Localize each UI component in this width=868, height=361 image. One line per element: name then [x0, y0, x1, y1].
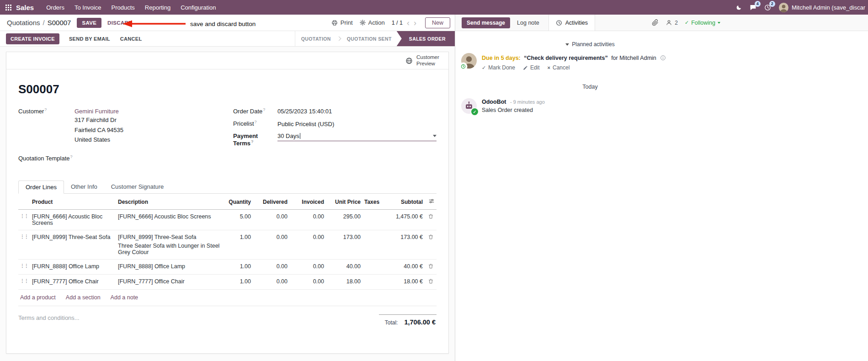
drag-handle-icon[interactable]: ⋮⋮ [18, 230, 30, 260]
save-button[interactable]: SAVE [77, 18, 101, 28]
cell-delivered[interactable]: 0.00 [253, 275, 289, 290]
send-message-button[interactable]: Send message [462, 17, 510, 28]
add-line-links: Add a product Add a section Add a note [18, 290, 437, 306]
order-line-row[interactable]: ⋮⋮ [FURN_6666] Acoustic Bloc Screens [FU… [18, 210, 437, 230]
nav-item-configuration[interactable]: Configuration [176, 2, 221, 13]
cell-taxes[interactable] [362, 275, 386, 290]
state-quotation-sent[interactable]: QUOTATION SENT [341, 31, 398, 46]
print-button[interactable]: Print [331, 19, 353, 26]
terms-and-conditions-placeholder[interactable]: Terms and conditions... [18, 314, 80, 321]
cell-invoiced[interactable]: 0.00 [289, 230, 326, 260]
nav-item-reporting[interactable]: Reporting [140, 2, 176, 13]
delete-line-button[interactable] [425, 260, 437, 275]
systray: 4 2 Mitchell Admin (save_discar [736, 3, 865, 12]
pager-next-icon[interactable]: › [414, 21, 416, 25]
moon-icon[interactable] [736, 5, 742, 11]
pricelist-field[interactable]: Public Pricelist (USD) [277, 121, 334, 127]
cell-quantity[interactable]: 5.00 [227, 210, 253, 230]
create-invoice-button[interactable]: CREATE INVOICE [6, 33, 59, 44]
cancel-activity-button[interactable]: × Cancel [548, 64, 570, 71]
order-line-row[interactable]: ⋮⋮ [FURN_7777] Office Chair [FURN_7777] … [18, 275, 437, 290]
cell-invoiced[interactable]: 0.00 [289, 210, 326, 230]
cell-unit-price[interactable]: 40.00 [326, 260, 362, 275]
new-button[interactable]: New [425, 17, 450, 28]
total-box: Total: 1,706.00 € [379, 314, 437, 326]
tab-order-lines[interactable]: Order Lines [18, 180, 64, 194]
cancel-button[interactable]: CANCEL [116, 33, 146, 44]
optional-columns-button[interactable] [425, 194, 437, 210]
cell-description[interactable]: [FURN_8999] Three-Seat Sofa Three Seater… [116, 230, 227, 260]
cell-description[interactable]: [FURN_6666] Acoustic Bloc Screens [116, 210, 227, 230]
cell-subtotal[interactable]: 40.00 € [386, 260, 425, 275]
dropdown-caret-icon[interactable] [433, 135, 437, 137]
cell-product[interactable]: [FURN_7777] Office Chair [30, 275, 116, 290]
planned-activities-header[interactable]: Planned activities [455, 41, 725, 48]
customer-preview-button[interactable]: Customer Preview [405, 54, 441, 67]
state-quotation[interactable]: QUOTATION [295, 31, 337, 46]
apps-menu-icon[interactable] [5, 5, 11, 11]
cell-unit-price[interactable]: 295.00 [326, 210, 362, 230]
action-button[interactable]: Action [360, 19, 385, 26]
cell-invoiced[interactable]: 0.00 [289, 260, 326, 275]
cell-subtotal[interactable]: 18.00 € [386, 275, 425, 290]
cell-quantity[interactable]: 1.00 [227, 230, 253, 260]
cell-delivered[interactable]: 0.00 [253, 230, 289, 260]
tab-other-info[interactable]: Other Info [64, 180, 104, 193]
tab-activities[interactable]: Activities [548, 15, 595, 31]
nav-item-to-invoice[interactable]: To Invoice [69, 2, 107, 13]
cell-subtotal[interactable]: 1,475.00 € [386, 210, 425, 230]
user-menu[interactable]: Mitchell Admin (save_discar [779, 3, 865, 12]
cell-taxes[interactable] [362, 230, 386, 260]
delete-line-button[interactable] [425, 210, 437, 230]
info-icon[interactable] [660, 55, 666, 61]
followers-button[interactable]: 2 [666, 19, 678, 26]
add-a-note-link[interactable]: Add a note [111, 294, 138, 301]
state-sales-order[interactable]: SALES ORDER [397, 31, 455, 46]
cell-product[interactable]: [FURN_6666] Acoustic Bloc Screens [30, 210, 116, 230]
cell-quantity[interactable]: 1.00 [227, 275, 253, 290]
cell-delivered[interactable]: 0.00 [253, 260, 289, 275]
activity-clock-icon[interactable]: 2 [764, 4, 771, 11]
nav-item-products[interactable]: Products [106, 2, 139, 13]
nav-item-orders[interactable]: Orders [41, 2, 69, 13]
tab-customer-signature[interactable]: Customer Signature [104, 180, 171, 193]
cell-unit-price[interactable]: 173.00 [326, 230, 362, 260]
mark-done-button[interactable]: ✓ Mark Done [482, 64, 515, 71]
app-brand[interactable]: Sales [16, 4, 34, 11]
drag-handle-icon[interactable]: ⋮⋮ [18, 275, 30, 290]
cell-delivered[interactable]: 0.00 [253, 210, 289, 230]
breadcrumb-quotations[interactable]: Quotations [7, 19, 40, 27]
customer-link[interactable]: Gemini Furniture [75, 108, 119, 115]
cell-unit-price[interactable]: 18.00 [326, 275, 362, 290]
cell-taxes[interactable] [362, 210, 386, 230]
cell-product[interactable]: [FURN_8999] Three-Seat Sofa [30, 230, 116, 260]
add-a-section-link[interactable]: Add a section [66, 294, 101, 301]
message-author[interactable]: OdooBot [482, 99, 506, 105]
follow-toggle-button[interactable]: ✓ Following [685, 20, 720, 26]
order-date-field[interactable]: 05/25/2023 15:40:01 [277, 108, 332, 115]
attachment-icon[interactable] [652, 19, 659, 26]
order-line-row[interactable]: ⋮⋮ [FURN_8999] Three-Seat Sofa [FURN_899… [18, 230, 437, 260]
cell-description[interactable]: [FURN_7777] Office Chair [116, 275, 227, 290]
delete-line-button[interactable] [425, 230, 437, 260]
send-by-email-button[interactable]: SEND BY EMAIL [65, 33, 114, 44]
edit-activity-button[interactable]: Edit [523, 64, 540, 71]
messages-icon[interactable]: 4 [750, 4, 756, 11]
cell-invoiced[interactable]: 0.00 [289, 275, 326, 290]
delete-line-button[interactable] [425, 275, 437, 290]
payment-terms-input[interactable]: 30 Days [277, 133, 437, 141]
activity-summary: “Check delivery requirements” [524, 55, 607, 61]
drag-handle-icon[interactable]: ⋮⋮ [18, 260, 30, 275]
drag-handle-icon[interactable]: ⋮⋮ [18, 210, 30, 230]
cell-product[interactable]: [FURN_8888] Office Lamp [30, 260, 116, 275]
order-line-row[interactable]: ⋮⋮ [FURN_8888] Office Lamp [FURN_8888] O… [18, 260, 437, 275]
cell-subtotal[interactable]: 173.00 € [386, 230, 425, 260]
check-icon: ✓ [685, 20, 689, 26]
log-note-button[interactable]: Log note [512, 17, 544, 28]
cell-quantity[interactable]: 1.00 [227, 260, 253, 275]
cell-taxes[interactable] [362, 260, 386, 275]
cell-description[interactable]: [FURN_8888] Office Lamp [116, 260, 227, 275]
discard-button[interactable]: DISCARD [103, 18, 137, 28]
add-a-product-link[interactable]: Add a product [20, 294, 56, 301]
pager-prev-icon[interactable]: ‹ [407, 21, 410, 25]
